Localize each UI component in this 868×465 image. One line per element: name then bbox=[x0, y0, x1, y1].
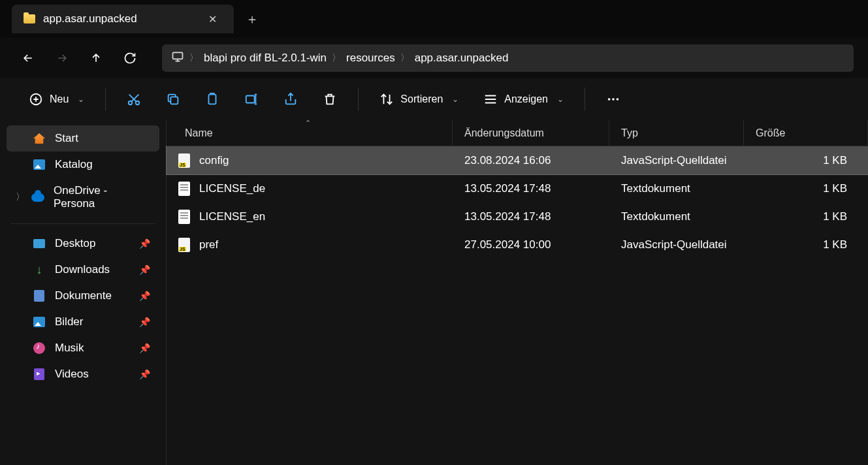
forward-button[interactable] bbox=[48, 44, 76, 72]
file-row[interactable]: LICENSE_de13.05.2024 17:48Textdokument1 … bbox=[167, 174, 868, 202]
column-header-date[interactable]: Änderungsdatum bbox=[453, 120, 609, 146]
sidebar-item-onedrive---persona[interactable]: 〉OneDrive - Persona bbox=[7, 178, 159, 217]
sidebar-item-desktop[interactable]: Desktop📌 bbox=[7, 231, 159, 257]
sort-label: Sortieren bbox=[400, 93, 443, 105]
file-icon bbox=[178, 182, 190, 196]
file-date: 13.05.2024 17:48 bbox=[453, 210, 609, 223]
breadcrumb-item[interactable]: resources bbox=[346, 52, 395, 65]
file-row[interactable]: config23.08.2024 16:06JavaScript-Quellda… bbox=[167, 146, 868, 174]
column-header-size[interactable]: Größe bbox=[744, 120, 868, 146]
sidebar: StartKatalog〉OneDrive - PersonaDesktop📌↓… bbox=[0, 120, 167, 465]
music-icon bbox=[33, 342, 46, 355]
sidebar-item-label: OneDrive - Persona bbox=[54, 184, 150, 210]
file-icon bbox=[178, 153, 190, 168]
sidebar-item-label: Downloads bbox=[55, 263, 110, 276]
sidebar-item-dokumente[interactable]: Dokumente📌 bbox=[7, 283, 159, 309]
tab-active[interactable]: app.asar.unpacked ✕ bbox=[12, 5, 234, 33]
more-button[interactable] bbox=[598, 84, 628, 114]
file-row[interactable]: LICENSE_en13.05.2024 17:48Textdokument1 … bbox=[167, 202, 868, 231]
close-tab-button[interactable]: ✕ bbox=[203, 10, 222, 28]
file-name: pref bbox=[199, 238, 218, 251]
copy-button[interactable] bbox=[158, 84, 188, 114]
home-icon bbox=[33, 132, 46, 145]
back-button[interactable] bbox=[14, 44, 42, 72]
chevron-right-icon[interactable]: 〉 bbox=[16, 191, 25, 203]
desktop-icon bbox=[33, 237, 46, 250]
svg-point-8 bbox=[612, 98, 615, 101]
sidebar-item-label: Bilder bbox=[55, 315, 83, 329]
chevron-right-icon[interactable]: 〉 bbox=[332, 52, 341, 64]
file-icon bbox=[178, 210, 190, 224]
separator bbox=[105, 88, 106, 111]
img-icon bbox=[33, 315, 46, 329]
doc-icon bbox=[33, 289, 46, 302]
img-icon bbox=[33, 158, 46, 171]
sidebar-item-label: Desktop bbox=[55, 237, 95, 250]
file-size: 1 KB bbox=[744, 238, 868, 251]
file-type: Textdokument bbox=[609, 210, 744, 223]
address-bar[interactable]: 〉 blapi pro dif BL-2.0.1-win 〉 resources… bbox=[162, 44, 854, 72]
toolbar: Neu ⌄ Sortieren ⌄ Anzeigen ⌄ bbox=[0, 78, 868, 120]
file-name: LICENSE_de bbox=[199, 182, 265, 195]
sidebar-item-katalog[interactable]: Katalog bbox=[7, 152, 159, 178]
view-button[interactable]: Anzeigen ⌄ bbox=[475, 87, 571, 112]
tab-title: app.asar.unpacked bbox=[43, 12, 195, 25]
chevron-down-icon: ⌄ bbox=[78, 95, 84, 104]
svg-point-3 bbox=[136, 101, 140, 105]
file-name: config bbox=[199, 154, 229, 167]
separator bbox=[358, 88, 359, 111]
svg-rect-0 bbox=[173, 52, 183, 59]
new-tab-button[interactable]: ＋ bbox=[239, 6, 265, 32]
separator bbox=[10, 223, 155, 224]
rename-button[interactable] bbox=[236, 84, 266, 114]
share-button[interactable] bbox=[276, 84, 306, 114]
refresh-button[interactable] bbox=[116, 44, 144, 72]
chevron-right-icon[interactable]: 〉 bbox=[189, 52, 199, 64]
dl-icon: ↓ bbox=[33, 263, 46, 276]
up-button[interactable] bbox=[82, 44, 110, 72]
pin-icon: 📌 bbox=[139, 369, 150, 379]
sidebar-item-downloads[interactable]: ↓Downloads📌 bbox=[7, 257, 159, 283]
column-headers: ⌃ Name Änderungsdatum Typ Größe bbox=[167, 120, 868, 146]
cloud-icon bbox=[31, 191, 44, 204]
sort-button[interactable]: Sortieren ⌄ bbox=[372, 87, 466, 112]
file-type: Textdokument bbox=[609, 182, 744, 195]
sidebar-item-label: Dokumente bbox=[55, 289, 112, 302]
file-icon bbox=[178, 238, 190, 252]
pin-icon: 📌 bbox=[139, 265, 150, 275]
sidebar-item-label: Katalog bbox=[55, 158, 93, 171]
column-header-type[interactable]: Typ bbox=[609, 120, 744, 146]
chevron-right-icon[interactable]: 〉 bbox=[400, 52, 410, 64]
sidebar-item-bilder[interactable]: Bilder📌 bbox=[7, 309, 159, 335]
new-button[interactable]: Neu ⌄ bbox=[21, 87, 92, 112]
sort-indicator-icon: ⌃ bbox=[305, 119, 311, 127]
svg-rect-5 bbox=[209, 95, 216, 104]
svg-point-9 bbox=[617, 98, 619, 101]
view-label: Anzeigen bbox=[504, 93, 548, 105]
file-type: JavaScript-Quelldatei bbox=[609, 238, 744, 251]
file-row[interactable]: pref27.05.2024 10:00JavaScript-Quelldate… bbox=[167, 231, 868, 259]
delete-button[interactable] bbox=[315, 84, 345, 114]
sidebar-item-musik[interactable]: Musik📌 bbox=[7, 335, 159, 361]
svg-point-7 bbox=[608, 98, 611, 101]
breadcrumb-item[interactable]: blapi pro dif BL-2.0.1-win bbox=[204, 52, 327, 65]
new-label: Neu bbox=[50, 93, 69, 105]
paste-button[interactable] bbox=[197, 84, 227, 114]
sidebar-item-label: Musik bbox=[55, 342, 84, 355]
svg-rect-4 bbox=[171, 97, 178, 104]
file-name: LICENSE_en bbox=[199, 210, 265, 223]
breadcrumb-item[interactable]: app.asar.unpacked bbox=[415, 52, 509, 65]
file-date: 23.08.2024 16:06 bbox=[453, 154, 609, 167]
file-size: 1 KB bbox=[744, 210, 868, 223]
svg-point-2 bbox=[129, 101, 133, 105]
pin-icon: 📌 bbox=[139, 317, 150, 327]
main-area: StartKatalog〉OneDrive - PersonaDesktop📌↓… bbox=[0, 120, 868, 465]
file-date: 27.05.2024 10:00 bbox=[453, 238, 609, 251]
cut-button[interactable] bbox=[119, 84, 149, 114]
chevron-down-icon: ⌄ bbox=[557, 95, 564, 104]
sidebar-item-label: Start bbox=[55, 132, 78, 145]
sidebar-item-start[interactable]: Start bbox=[7, 125, 159, 152]
sidebar-item-videos[interactable]: Videos📌 bbox=[7, 361, 159, 387]
folder-icon bbox=[24, 14, 35, 24]
pc-icon bbox=[171, 50, 184, 66]
